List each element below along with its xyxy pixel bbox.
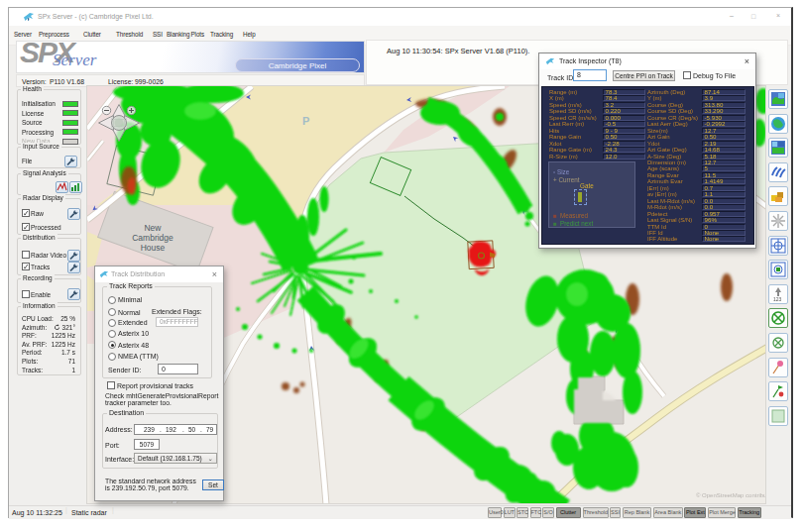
svg-text:P: P [302, 115, 309, 127]
svg-text:123: 123 [773, 296, 782, 302]
svg-text:House: House [141, 243, 166, 253]
svg-text:© OpenStreetMap contributors: © OpenStreetMap contributors [696, 492, 766, 498]
svg-text:New: New [144, 223, 162, 233]
svg-text:Cambridge: Cambridge [132, 233, 173, 243]
